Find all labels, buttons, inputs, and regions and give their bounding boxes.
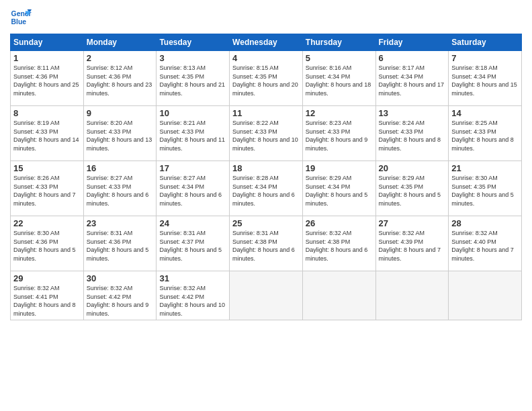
header-monday: Monday xyxy=(83,34,157,51)
calendar-cell: 2 Sunrise: 8:12 AM Sunset: 4:36 PM Dayli… xyxy=(83,51,157,106)
calendar-cell: 21 Sunrise: 8:30 AM Sunset: 4:35 PM Dayl… xyxy=(449,161,522,216)
calendar-cell: 22 Sunrise: 8:30 AM Sunset: 4:36 PM Dayl… xyxy=(11,216,84,271)
calendar-cell: 26 Sunrise: 8:32 AM Sunset: 4:38 PM Dayl… xyxy=(302,216,375,271)
day-info: Sunrise: 8:24 AM Sunset: 4:33 PM Dayligh… xyxy=(379,119,446,152)
calendar-cell: 6 Sunrise: 8:17 AM Sunset: 4:34 PM Dayli… xyxy=(375,51,449,106)
day-number: 13 xyxy=(379,108,446,118)
day-number: 20 xyxy=(379,163,446,173)
calendar-cell: 15 Sunrise: 8:26 AM Sunset: 4:33 PM Dayl… xyxy=(11,161,84,216)
calendar-cell: 10 Sunrise: 8:21 AM Sunset: 4:33 PM Dayl… xyxy=(157,106,230,161)
day-number: 28 xyxy=(451,218,519,228)
day-info: Sunrise: 8:29 AM Sunset: 4:34 PM Dayligh… xyxy=(306,174,373,208)
day-info: Sunrise: 8:23 AM Sunset: 4:33 PM Dayligh… xyxy=(306,119,373,152)
day-info: Sunrise: 8:32 AM Sunset: 4:41 PM Dayligh… xyxy=(13,284,81,318)
day-info: Sunrise: 8:32 AM Sunset: 4:38 PM Dayligh… xyxy=(306,229,373,263)
calendar-table: SundayMondayTuesdayWednesdayThursdayFrid… xyxy=(10,34,522,320)
calendar-body: 1 Sunrise: 8:11 AM Sunset: 4:36 PM Dayli… xyxy=(11,51,522,320)
day-info: Sunrise: 8:30 AM Sunset: 4:36 PM Dayligh… xyxy=(13,229,81,263)
day-info: Sunrise: 8:26 AM Sunset: 4:33 PM Dayligh… xyxy=(13,174,81,208)
calendar-cell: 17 Sunrise: 8:27 AM Sunset: 4:34 PM Dayl… xyxy=(157,161,230,216)
day-number: 5 xyxy=(306,53,373,63)
calendar-cell xyxy=(449,271,522,320)
week-row: 29 Sunrise: 8:32 AM Sunset: 4:41 PM Dayl… xyxy=(11,271,522,320)
day-info: Sunrise: 8:17 AM Sunset: 4:34 PM Dayligh… xyxy=(379,64,446,97)
day-info: Sunrise: 8:25 AM Sunset: 4:33 PM Dayligh… xyxy=(451,119,519,152)
calendar-cell: 24 Sunrise: 8:31 AM Sunset: 4:37 PM Dayl… xyxy=(157,216,230,271)
day-number: 16 xyxy=(87,163,154,173)
calendar-cell: 18 Sunrise: 8:28 AM Sunset: 4:34 PM Dayl… xyxy=(230,161,303,216)
day-number: 30 xyxy=(87,273,154,283)
calendar-cell: 30 Sunrise: 8:32 AM Sunset: 4:42 PM Dayl… xyxy=(83,271,157,320)
week-row: 22 Sunrise: 8:30 AM Sunset: 4:36 PM Dayl… xyxy=(11,216,522,271)
calendar-cell: 25 Sunrise: 8:31 AM Sunset: 4:38 PM Dayl… xyxy=(230,216,303,271)
day-number: 21 xyxy=(451,163,519,173)
header-tuesday: Tuesday xyxy=(157,34,230,51)
calendar-cell: 3 Sunrise: 8:13 AM Sunset: 4:35 PM Dayli… xyxy=(157,51,230,106)
logo-icon: General Blue xyxy=(10,7,32,28)
day-info: Sunrise: 8:15 AM Sunset: 4:35 PM Dayligh… xyxy=(232,64,300,97)
calendar-cell: 7 Sunrise: 8:18 AM Sunset: 4:34 PM Dayli… xyxy=(449,51,522,106)
day-info: Sunrise: 8:19 AM Sunset: 4:33 PM Dayligh… xyxy=(13,119,81,152)
day-number: 14 xyxy=(451,108,519,118)
day-number: 1 xyxy=(13,53,81,63)
day-number: 18 xyxy=(232,163,300,173)
day-number: 11 xyxy=(232,108,300,118)
day-number: 12 xyxy=(306,108,373,118)
week-row: 1 Sunrise: 8:11 AM Sunset: 4:36 PM Dayli… xyxy=(11,51,522,106)
calendar-cell: 13 Sunrise: 8:24 AM Sunset: 4:33 PM Dayl… xyxy=(375,106,449,161)
day-number: 3 xyxy=(159,53,226,63)
page-header: General Blue xyxy=(10,7,522,28)
calendar-cell: 8 Sunrise: 8:19 AM Sunset: 4:33 PM Dayli… xyxy=(11,106,84,161)
day-number: 31 xyxy=(159,273,226,283)
header-thursday: Thursday xyxy=(302,34,375,51)
day-number: 8 xyxy=(13,108,81,118)
day-info: Sunrise: 8:13 AM Sunset: 4:35 PM Dayligh… xyxy=(159,64,226,97)
day-number: 17 xyxy=(159,163,226,173)
day-number: 23 xyxy=(87,218,154,228)
calendar-cell: 20 Sunrise: 8:29 AM Sunset: 4:35 PM Dayl… xyxy=(375,161,449,216)
day-info: Sunrise: 8:32 AM Sunset: 4:42 PM Dayligh… xyxy=(87,284,154,318)
svg-text:Blue: Blue xyxy=(11,18,27,26)
day-info: Sunrise: 8:30 AM Sunset: 4:35 PM Dayligh… xyxy=(451,174,519,208)
calendar-cell: 29 Sunrise: 8:32 AM Sunset: 4:41 PM Dayl… xyxy=(11,271,84,320)
day-info: Sunrise: 8:32 AM Sunset: 4:40 PM Dayligh… xyxy=(451,229,519,263)
calendar-header-row: SundayMondayTuesdayWednesdayThursdayFrid… xyxy=(11,34,522,51)
day-number: 9 xyxy=(87,108,154,118)
calendar-cell: 19 Sunrise: 8:29 AM Sunset: 4:34 PM Dayl… xyxy=(302,161,375,216)
calendar-cell: 27 Sunrise: 8:32 AM Sunset: 4:39 PM Dayl… xyxy=(375,216,449,271)
header-wednesday: Wednesday xyxy=(230,34,303,51)
day-info: Sunrise: 8:31 AM Sunset: 4:38 PM Dayligh… xyxy=(232,229,300,263)
calendar-cell: 31 Sunrise: 8:32 AM Sunset: 4:42 PM Dayl… xyxy=(157,271,230,320)
calendar-cell: 28 Sunrise: 8:32 AM Sunset: 4:40 PM Dayl… xyxy=(449,216,522,271)
day-info: Sunrise: 8:32 AM Sunset: 4:42 PM Dayligh… xyxy=(159,284,226,318)
day-number: 26 xyxy=(306,218,373,228)
day-number: 4 xyxy=(232,53,300,63)
week-row: 8 Sunrise: 8:19 AM Sunset: 4:33 PM Dayli… xyxy=(11,106,522,161)
header-friday: Friday xyxy=(375,34,449,51)
header-saturday: Saturday xyxy=(449,34,522,51)
logo: General Blue xyxy=(10,7,32,28)
day-info: Sunrise: 8:16 AM Sunset: 4:34 PM Dayligh… xyxy=(306,64,373,97)
day-number: 25 xyxy=(232,218,300,228)
day-number: 6 xyxy=(379,53,446,63)
day-info: Sunrise: 8:20 AM Sunset: 4:33 PM Dayligh… xyxy=(87,119,154,152)
calendar-cell: 12 Sunrise: 8:23 AM Sunset: 4:33 PM Dayl… xyxy=(302,106,375,161)
day-number: 29 xyxy=(13,273,81,283)
calendar-cell: 14 Sunrise: 8:25 AM Sunset: 4:33 PM Dayl… xyxy=(449,106,522,161)
day-info: Sunrise: 8:31 AM Sunset: 4:36 PM Dayligh… xyxy=(87,229,154,263)
day-number: 7 xyxy=(451,53,519,63)
week-row: 15 Sunrise: 8:26 AM Sunset: 4:33 PM Dayl… xyxy=(11,161,522,216)
calendar-cell xyxy=(375,271,449,320)
day-number: 24 xyxy=(159,218,226,228)
header-sunday: Sunday xyxy=(11,34,84,51)
calendar-cell xyxy=(230,271,303,320)
day-number: 22 xyxy=(13,218,81,228)
day-info: Sunrise: 8:11 AM Sunset: 4:36 PM Dayligh… xyxy=(13,64,81,97)
calendar-cell: 11 Sunrise: 8:22 AM Sunset: 4:33 PM Dayl… xyxy=(230,106,303,161)
day-info: Sunrise: 8:21 AM Sunset: 4:33 PM Dayligh… xyxy=(159,119,226,152)
day-number: 15 xyxy=(13,163,81,173)
day-info: Sunrise: 8:18 AM Sunset: 4:34 PM Dayligh… xyxy=(451,64,519,97)
day-number: 2 xyxy=(87,53,154,63)
day-number: 10 xyxy=(159,108,226,118)
day-number: 19 xyxy=(306,163,373,173)
